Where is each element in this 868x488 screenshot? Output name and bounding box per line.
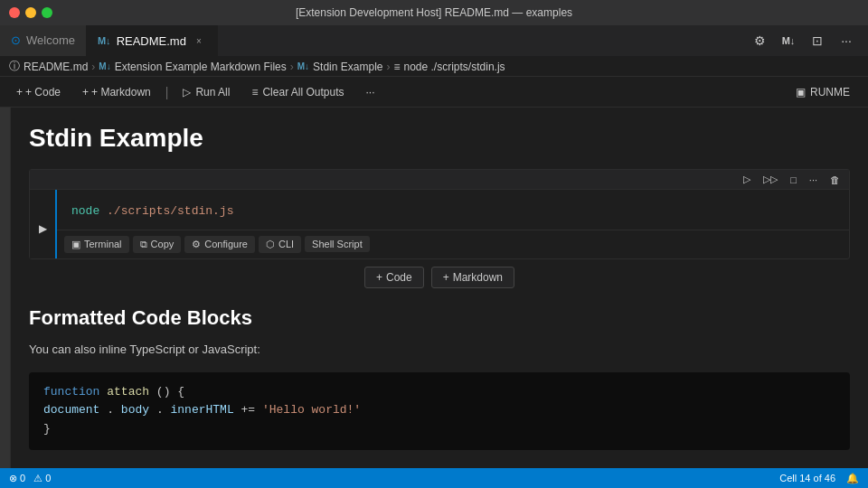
notebook: Stdin Example ▷ ▷▷ □ ··· 🗑 ▶ node <box>11 108 868 468</box>
breadcrumb-extension[interactable]: Extension Example Markdown Files <box>115 61 287 73</box>
activity-bar <box>0 108 11 468</box>
cell-run-button[interactable]: ▷ <box>738 172 756 187</box>
maximize-button[interactable] <box>42 7 52 18</box>
md-icon: M↓ <box>98 35 111 46</box>
add-code-button[interactable]: + + Code <box>9 83 68 101</box>
shell-script-button[interactable]: Shell Script <box>305 236 370 252</box>
env-vars-title: Environment Variables <box>29 454 850 468</box>
cell-delete-button[interactable]: 🗑 <box>825 173 845 187</box>
cell-stop-button[interactable]: □ <box>785 173 802 187</box>
add-markdown-button[interactable]: + + Markdown <box>75 83 158 101</box>
prop-document: document <box>43 403 99 417</box>
tab-bar-right: ⚙ M↓ ⊡ ··· <box>738 24 868 56</box>
terminal-label: Terminal <box>84 239 122 249</box>
run-all-label: Run All <box>195 86 230 99</box>
status-right: Cell 14 of 46 🔔 <box>779 473 859 484</box>
terminal-icon: ▣ <box>71 239 80 250</box>
breadcrumb-node-script[interactable]: node ./scripts/stdin.js <box>404 61 505 73</box>
formatted-code-blocks-title: Formatted Code Blocks <box>29 296 850 337</box>
warning-icon: ⚠ <box>33 473 42 484</box>
formatted-code-blocks-prose: You can also inline TypeScript or JavaSc… <box>29 337 850 369</box>
code-cmd: node <box>71 204 99 218</box>
title-bar: [Extension Development Host] README.md —… <box>0 0 868 25</box>
minimize-button[interactable] <box>25 7 36 18</box>
error-count: 0 <box>20 473 25 483</box>
add-code-inline-button[interactable]: + Code <box>364 267 424 288</box>
prop-innerHTML: innerHTML <box>171 403 234 417</box>
tab-readme-close[interactable]: × <box>192 33 206 48</box>
cli-icon: ⬡ <box>266 239 275 250</box>
cli-button[interactable]: ⬡ CLI <box>259 236 301 253</box>
main-content: Stdin Example ▷ ▷▷ □ ··· 🗑 ▶ node <box>0 108 868 468</box>
plus-md-icon: + <box>443 271 449 284</box>
warning-count: 0 <box>45 473 51 483</box>
add-markdown-inline-label: Markdown <box>453 271 503 284</box>
runme-label: RUNME <box>810 86 850 99</box>
bell-icon[interactable]: 🔔 <box>846 473 859 484</box>
layout-icon[interactable]: ⊡ <box>805 28 830 53</box>
cell-toolbar: ▷ ▷▷ □ ··· 🗑 <box>30 170 849 190</box>
configure-icon: ⚙ <box>192 239 201 250</box>
clear-all-button[interactable]: ≡ Clear All Outputs <box>244 83 351 101</box>
breadcrumb-stdin-example[interactable]: Stdin Example <box>313 61 382 73</box>
cell-more-button[interactable]: ··· <box>804 173 823 187</box>
punc-dot1: . <box>107 403 114 417</box>
run-arrow-icon[interactable]: ▶ <box>39 222 47 235</box>
tab-welcome[interactable]: ⊙ Welcome <box>0 24 87 56</box>
settings-icon[interactable]: ⚙ <box>747 28 772 53</box>
op-plus: += <box>241 403 262 417</box>
fn-attach: attach <box>107 385 149 399</box>
traffic-lights <box>9 7 52 18</box>
str-hello: 'Hello world!' <box>262 403 361 417</box>
clear-all-label: Clear All Outputs <box>262 86 344 99</box>
code-path: ./scripts/stdin.js <box>107 204 233 218</box>
breadcrumb-file-icon: ≡ <box>393 61 400 73</box>
cell-output-bar: ▣ Terminal ⧉ Copy ⚙ Configure ⬡ <box>57 230 849 258</box>
copy-button[interactable]: ⧉ Copy <box>133 236 182 253</box>
run-icon: ▷ <box>183 86 191 99</box>
shell-script-label: Shell Script <box>312 239 363 249</box>
copy-icon: ⧉ <box>140 239 147 250</box>
errors-indicator[interactable]: ⊗ 0 ⚠ 0 <box>9 473 51 484</box>
cli-label: CLI <box>278 239 294 249</box>
code-cell-stdin: ▷ ▷▷ □ ··· 🗑 ▶ node ./scripts/stdin.js <box>29 169 850 259</box>
add-markdown-label: + Markdown <box>91 86 151 99</box>
clear-icon: ≡ <box>251 86 258 99</box>
more-icon[interactable]: ··· <box>834 28 859 53</box>
code-block: function attach () { document . body . i… <box>29 372 850 450</box>
cell-code: node ./scripts/stdin.js <box>57 193 849 230</box>
prop-body: body <box>121 403 149 417</box>
plus-icon2: + <box>82 86 89 99</box>
runme-icon: ▣ <box>796 86 806 99</box>
configure-button[interactable]: ⚙ Configure <box>184 236 255 253</box>
error-icon: ⊗ <box>9 473 17 484</box>
add-code-label: + Code <box>25 86 61 99</box>
breadcrumb-info-icon: ⓘ <box>9 59 20 74</box>
breadcrumb-sep-2: › <box>290 61 294 73</box>
terminal-button[interactable]: ▣ Terminal <box>64 236 129 253</box>
punc-1: () { <box>156 385 184 399</box>
toolbar-more-button[interactable]: ··· <box>359 83 382 101</box>
breadcrumb-sep-3: › <box>386 61 390 73</box>
close-button[interactable] <box>9 7 20 18</box>
add-markdown-inline-button[interactable]: + Markdown <box>431 267 514 288</box>
run-all-button[interactable]: ▷ Run All <box>175 83 237 101</box>
add-buttons-row: + Code + Markdown <box>29 267 850 288</box>
plus-icon: + <box>16 86 23 99</box>
runme-button[interactable]: ▣ RUNME <box>787 82 859 102</box>
breadcrumb-md-icon2: M↓ <box>297 61 309 71</box>
tab-bar: ⊙ Welcome M↓ README.md × ⚙ M↓ ⊡ ··· <box>0 25 868 57</box>
tab-readme[interactable]: M↓ README.md × <box>87 24 218 56</box>
configure-label: Configure <box>204 239 248 249</box>
status-left: ⊗ 0 ⚠ 0 <box>9 473 51 484</box>
plus-code-icon: + <box>376 271 382 284</box>
add-code-inline-label: Code <box>386 271 412 284</box>
cell-run-all-button[interactable]: ▷▷ <box>758 172 783 187</box>
breadcrumb-readme[interactable]: README.md <box>24 61 88 73</box>
code-line-3: } <box>43 420 835 439</box>
punc-close: } <box>43 422 51 436</box>
cell-position: Cell 14 of 46 <box>779 473 835 483</box>
welcome-icon: ⊙ <box>11 33 21 47</box>
markdown-icon[interactable]: M↓ <box>776 28 801 53</box>
stdin-example-title: Stdin Example <box>29 108 850 162</box>
